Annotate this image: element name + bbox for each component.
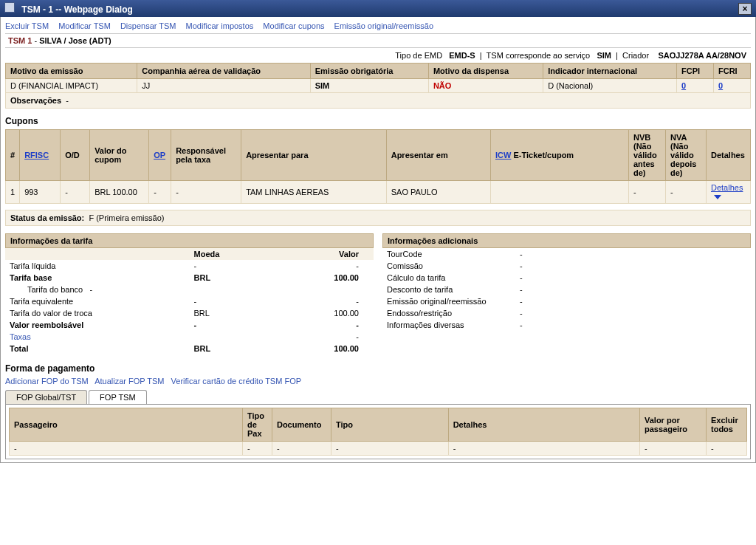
hdr-motivo: Motivo da emissão — [6, 64, 137, 79]
cell-motivo: D (FINANCIAL IMPACT) — [6, 79, 137, 93]
col-detalhes-fop: Detalhes — [448, 408, 639, 442]
passenger-row: TSM 1 - SILVA / Jose (ADT) — [5, 33, 751, 48]
taxas-link[interactable]: Taxas — [10, 332, 31, 341]
hdr-fcri: FCRI — [714, 64, 751, 79]
detalhes-link[interactable]: Detalhes — [711, 183, 743, 192]
fop-title: Forma de pagamento — [5, 363, 751, 374]
app-icon — [4, 2, 15, 13]
col-excluir: Excluir todos — [707, 408, 747, 442]
col-apresentar-em: Apresentar em — [386, 130, 490, 181]
corresponde-value: SIM — [597, 51, 611, 60]
dispensar-tsm-link[interactable]: Dispensar TSM — [120, 21, 176, 30]
col-rfisc[interactable]: RFISC — [24, 151, 49, 160]
add-fop-link[interactable]: Adicionar FOP do TSM — [5, 377, 89, 385]
fop-links: Adicionar FOP do TSM Atualizar FOP TSM V… — [5, 377, 751, 385]
passenger-name: SILVA / Jose (ADT) — [39, 36, 111, 45]
verify-cc-link[interactable]: Verificar cartão de crédito TSM FOP — [171, 377, 301, 385]
cupons-title: Cupons — [5, 116, 751, 126]
update-fop-link[interactable]: Atualizar FOP TSM — [94, 377, 164, 385]
adicionais-title: Informações adicionais — [382, 233, 751, 248]
action-bar: Excluir TSM Modificar TSM Dispensar TSM … — [5, 20, 751, 33]
hdr-emissao-obr: Emissão obrigatória — [310, 64, 428, 79]
col-documento: Documento — [272, 408, 331, 442]
fop-table: Passageiro Tipo de Pax Documento Tipo De… — [9, 408, 747, 456]
col-od: O/D — [61, 130, 90, 181]
col-tipo: Tipo — [331, 408, 448, 442]
info-grid: Motivo da emissão Companhia aérea de val… — [5, 63, 751, 109]
col-detalhes: Detalhes — [707, 130, 751, 181]
excluir-tsm-link[interactable]: Excluir TSM — [5, 21, 49, 30]
hdr-motivo-disp: Motivo da dispensa — [428, 64, 543, 79]
tarifa-title: Informações da tarifa — [5, 233, 374, 248]
hdr-indicador: Indicador internacional — [543, 64, 677, 79]
fop-tabs: FOP Global/TST FOP TSM — [5, 390, 751, 404]
tsm-label: TSM 1 — [8, 36, 32, 45]
obs-value: - — [66, 96, 69, 105]
coupons-table: # RFISC O/D Valor do cupom OP Responsáve… — [5, 129, 751, 204]
fcri-link[interactable]: 0 — [718, 81, 723, 90]
close-button[interactable]: × — [738, 3, 752, 15]
cell-companhia: JJ — [137, 79, 310, 93]
tab-fop-global[interactable]: FOP Global/TST — [5, 390, 87, 404]
cell-emissao-obr: SIM — [315, 81, 330, 90]
tarifa-panel: Informações da tarifa Moeda Valor Tarifa… — [5, 233, 374, 354]
chevron-down-icon[interactable] — [714, 195, 721, 199]
col-icw-eticket: ICW E-Ticket/cupom — [491, 130, 629, 181]
modificar-impostos-link[interactable]: Modificar impostos — [186, 21, 254, 30]
tab-fop-tsm[interactable]: FOP TSM — [89, 390, 147, 404]
col-resp: Responsável pela taxa — [171, 130, 241, 181]
window-title: TSM - 1 -- Webpage Dialog — [21, 4, 132, 15]
hdr-fcpi: FCPI — [677, 64, 714, 79]
coupon-row: 1 993 - BRL 100.00 - - TAM LINHAS AEREAS… — [6, 181, 751, 204]
hdr-companhia: Companhia aérea de validação — [137, 64, 310, 79]
col-valor-por: Valor por passageiro — [640, 408, 707, 442]
status-bar: Status da emissão: F (Primeira emissão) — [5, 210, 751, 226]
tipo-emd-value: EMD-S — [449, 51, 475, 60]
status-value: F (Primeira emissão) — [89, 213, 164, 222]
fcpi-link[interactable]: 0 — [681, 81, 686, 90]
col-num: # — [6, 130, 20, 181]
obs-label: Observações — [10, 96, 61, 105]
col-apresentar-para: Apresentar para — [241, 130, 387, 181]
meta-line: Tipo de EMD EMD-S | TSM corresponde ao s… — [5, 48, 751, 63]
criador-value: SAOJJ278A AA/28NOV — [658, 51, 746, 60]
fop-row: - - - - - - - — [10, 442, 747, 456]
col-passageiro: Passageiro — [10, 408, 243, 442]
cell-indicador: D (Nacional) — [543, 79, 677, 93]
adicionais-panel: Informações adicionais TourCode- Comissã… — [382, 233, 751, 354]
modificar-cupons-link[interactable]: Modificar cupons — [263, 21, 324, 30]
col-op[interactable]: OP — [154, 151, 165, 160]
col-valor: Valor do cupom — [90, 130, 149, 181]
col-nvb: NVB (Não válido antes de) — [629, 130, 666, 181]
cell-motivo-disp: NÃO — [433, 81, 451, 90]
window-titlebar: TSM - 1 -- Webpage Dialog × — [0, 0, 756, 17]
col-nva: NVA (Não válido depois de) — [666, 130, 707, 181]
emissao-original-link[interactable]: Emissão original/reemissão — [334, 21, 434, 30]
col-tipo-pax: Tipo de Pax — [242, 408, 272, 442]
modificar-tsm-link[interactable]: Modificar TSM — [58, 21, 111, 30]
